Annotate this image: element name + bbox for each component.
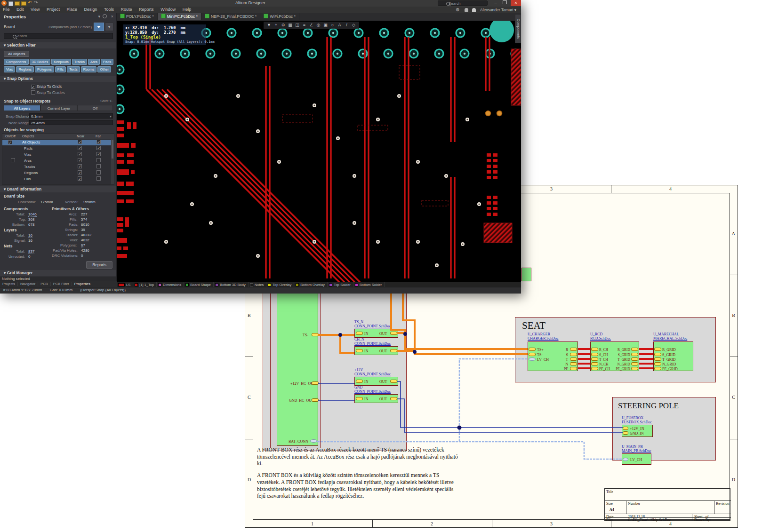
filter-arcs[interactable]: Arcs [88, 59, 100, 65]
total-nets-link[interactable]: 837 [28, 249, 34, 254]
open-folder2-icon[interactable] [21, 1, 26, 6]
tab-pcb[interactable]: PCB [38, 282, 50, 286]
crosshair-icon[interactable]: ⊕ [280, 22, 287, 28]
filter-tracks[interactable]: Tracks [72, 59, 87, 65]
snap-distance-input[interactable]: 0.1mm▾ [29, 113, 113, 119]
rcd-symbol[interactable]: R_CH S_CH T_CH N_CH PE_CH R_GRID S_GRID … [590, 341, 639, 371]
table-row[interactable]: Vias✓✓ [4, 152, 109, 158]
menu-help[interactable]: Help [180, 7, 194, 12]
checkbox-unchecked-icon[interactable] [96, 158, 101, 162]
table-row[interactable]: Regions✓ [4, 170, 109, 176]
port-label[interactable]: GND_HC_OUT [289, 398, 314, 403]
layers-icon[interactable]: ◇ [350, 22, 357, 28]
net-label[interactable]: TS_N [354, 320, 363, 324]
checkbox-checked-icon[interactable]: ✓ [78, 164, 82, 168]
grid-icon[interactable]: ▦ [287, 22, 294, 28]
checkbox-checked-icon[interactable]: ✓ [31, 85, 35, 89]
port-pad[interactable] [310, 439, 317, 443]
fusebox-symbol[interactable]: +12V_IN GND_IN [622, 425, 653, 437]
near-range-input[interactable]: 25.4mm [29, 120, 113, 125]
drc-violations-link[interactable]: 0 [81, 254, 83, 258]
close-button[interactable]: × [511, 0, 521, 6]
sheet-doc-label[interactable]: CONN_POINT.SchDoc [354, 372, 391, 376]
reports-button[interactable]: Reports [86, 261, 112, 269]
snap-to-guides-row[interactable]: Snap To Guides [31, 90, 65, 95]
sheet-doc-label[interactable]: CONN_POINT.SchDoc [354, 389, 391, 394]
align-icon[interactable]: ≡ [301, 22, 308, 28]
panel-menu-icon[interactable]: ▾ [98, 14, 100, 19]
chevron-down-icon[interactable]: ▾ [110, 114, 112, 119]
menu-design[interactable]: Design [81, 7, 100, 12]
conn-point-symbol[interactable]: IN OUT [354, 346, 398, 355]
refdes-label[interactable]: U_RCD [590, 332, 602, 336]
checkbox-checked-icon[interactable]: ✓ [78, 152, 82, 156]
filter-vias[interactable]: Vias [4, 66, 15, 72]
doc-tab-nbp28[interactable]: NBP-28_Final.PCBDOC * [201, 13, 260, 20]
selection-filter-icon[interactable]: ▼ [265, 22, 273, 28]
sheet-doc-label[interactable]: FUSEBOX.SchDoc [622, 420, 652, 424]
gear-icon[interactable]: ⚙ [456, 7, 460, 12]
checkbox-checked-icon[interactable]: ✓ [8, 140, 12, 144]
titlebar-search-box[interactable]: Search [438, 0, 488, 6]
refdes-label[interactable]: U_MAIN_PB [622, 445, 643, 449]
menu-view[interactable]: View [28, 7, 42, 12]
menu-reports[interactable]: Reports [136, 7, 157, 12]
tab-properties[interactable]: Properties [72, 282, 93, 286]
total-layers-link[interactable]: 16 [28, 233, 32, 238]
checkbox-checked-icon[interactable]: ✓ [78, 146, 82, 150]
sheet-doc-label[interactable]: CONN_POINT.SchDoc [354, 324, 391, 328]
minimize-button[interactable]: – [491, 0, 500, 6]
checkbox-checked-icon[interactable]: ✓ [78, 170, 82, 175]
filter-components[interactable]: Components [4, 59, 29, 65]
light-icon[interactable]: ○ [329, 22, 336, 28]
port-pad[interactable] [312, 398, 319, 402]
checkbox-unchecked-icon[interactable] [96, 164, 101, 168]
hidden-sheet-symbol[interactable] [521, 268, 531, 281]
checkbox-checked-icon[interactable]: ✓ [78, 158, 82, 162]
filter-other[interactable]: Other [97, 66, 111, 72]
section-snap-options[interactable]: ▾ Snap Options [0, 76, 116, 82]
filter-regions[interactable]: Regions [16, 66, 34, 72]
sheet-doc-label[interactable]: CONN_POINT.SchDoc [354, 341, 391, 346]
snap-to-grids-row[interactable]: ✓ Snap To Grids [31, 84, 62, 89]
sheet-doc-label[interactable]: MAIN_PB.SchDoc [622, 449, 651, 453]
port-label[interactable]: BAT_CONN [289, 439, 308, 444]
net-label[interactable]: CH_N [354, 337, 364, 341]
checkbox-checked-icon[interactable]: ✓ [78, 140, 82, 144]
port-pad[interactable] [312, 333, 319, 336]
maximize-button[interactable] [500, 0, 509, 6]
marechal-symbol[interactable]: R_GRID S_GRID T_GRID N_GRID PE_GRID [653, 341, 693, 371]
new-document-icon[interactable] [8, 1, 13, 6]
main-pb-symbol[interactable]: LV_CH [622, 453, 651, 465]
section-grid-manager[interactable]: ▾ Grid Manager [0, 270, 116, 276]
segment-current-layer[interactable]: Current Layer [40, 105, 77, 111]
table-row[interactable]: Fills✓ [4, 176, 109, 182]
conn-point-symbol[interactable]: IN OUT [354, 394, 398, 403]
text-icon[interactable]: A [336, 22, 343, 28]
menu-route[interactable]: Route [118, 7, 135, 12]
segment-all-layers[interactable]: All Layers [4, 105, 40, 111]
filter-dropdown-button[interactable]: ▾ [105, 23, 113, 31]
refdes-label[interactable]: U_FUSEBOX [622, 416, 643, 420]
bell-icon[interactable] [465, 8, 468, 12]
port-pad[interactable] [312, 381, 319, 385]
tab-projects[interactable]: Projects [0, 282, 18, 286]
add-icon[interactable]: + [273, 22, 280, 28]
scrollbar[interactable] [111, 139, 114, 184]
filter-funnel-button[interactable] [94, 23, 104, 31]
filter-pads[interactable]: Pads [101, 59, 113, 65]
table-row[interactable]: ✓All Objects✓✓ [2, 140, 111, 145]
table-row[interactable]: Tracks✓ [4, 164, 109, 170]
doc-tab-wifi[interactable]: WiFi.PcbDoc * [260, 13, 299, 20]
sheet-doc-label[interactable]: RCD.SchDoc [590, 336, 611, 341]
polygons-link[interactable]: 67 [81, 243, 85, 248]
user-menu[interactable]: Alexsander Tamari ▾ [480, 8, 516, 12]
checkbox-unchecked-icon[interactable] [96, 176, 101, 181]
sheet-doc-label[interactable]: CHARGER.SchDoc [528, 336, 559, 341]
filter-keepouts[interactable]: Keepouts [51, 59, 71, 65]
refdes-label[interactable]: U_MARECHAL [653, 332, 679, 336]
filter-3d-bodies[interactable]: 3D Bodies [30, 59, 51, 65]
components-panel-tab[interactable]: Components [515, 14, 521, 43]
table-row[interactable]: Pads✓✓ [4, 146, 109, 151]
refdes-label[interactable]: U_CHARGER [528, 332, 550, 336]
